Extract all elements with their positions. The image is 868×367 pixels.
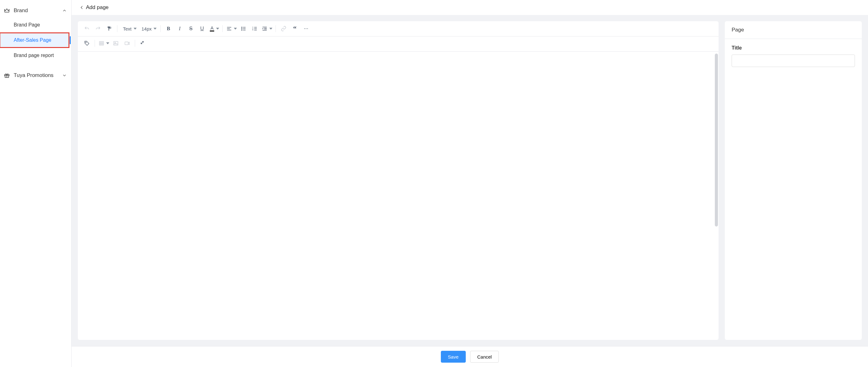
indent-dropdown[interactable] (260, 24, 273, 34)
toolbar-separator (276, 25, 276, 32)
align-dropdown[interactable] (225, 24, 238, 34)
svg-marker-25 (262, 28, 264, 30)
svg-rect-27 (304, 28, 305, 29)
sidebar-cat-brand[interactable]: Brand (0, 4, 71, 17)
italic-button[interactable]: I (174, 24, 185, 34)
svg-text:3: 3 (252, 29, 253, 31)
svg-rect-37 (114, 41, 118, 45)
format-painter-button[interactable] (104, 24, 115, 34)
svg-marker-2 (133, 28, 137, 30)
footer: Save Cancel (72, 346, 868, 367)
sidebar-cat-tuya-promotions[interactable]: Tuya Promotions (0, 69, 71, 82)
svg-marker-26 (269, 28, 272, 30)
page-title: Add page (86, 4, 108, 10)
svg-rect-39 (125, 42, 128, 45)
editor-toolbar: Text 14px B I S U A (78, 21, 718, 36)
font-size-dropdown[interactable]: 14px (138, 24, 158, 34)
editor-body[interactable] (78, 52, 718, 340)
toolbar-separator (222, 25, 223, 32)
bullet-list-button[interactable] (238, 24, 249, 34)
page-header: Add page (72, 0, 868, 15)
scrollbar[interactable] (715, 54, 718, 226)
page-properties-panel: Page Title (725, 21, 862, 340)
video-button[interactable] (122, 38, 132, 48)
sidebar-cat-label: Tuya Promotions (14, 72, 62, 79)
toolbar-separator (117, 25, 117, 32)
back-button[interactable] (80, 5, 84, 10)
chevron-up-icon (62, 8, 67, 13)
bold-button[interactable]: B (163, 24, 174, 34)
title-label: Title (732, 45, 855, 51)
crown-icon (4, 7, 10, 14)
sidebar-item-brand-page-report[interactable]: Brand page report (0, 48, 69, 63)
fullscreen-button[interactable] (137, 38, 148, 48)
svg-point-9 (242, 27, 242, 28)
image-button[interactable] (111, 38, 121, 48)
sidebar-item-after-sales-page[interactable]: After-Sales Page (0, 33, 69, 47)
ordered-list-button[interactable]: 123 (249, 24, 260, 34)
font-size-label: 14px (142, 26, 152, 31)
content-area: Text 14px B I S U A (72, 15, 868, 346)
main: Add page Text 14p (72, 0, 868, 367)
sidebar-cat-label: Brand (14, 7, 62, 14)
paragraph-style-dropdown[interactable]: Text (120, 24, 138, 34)
underline-button[interactable]: U (197, 24, 207, 34)
svg-marker-3 (154, 28, 157, 30)
paragraph-style-label: Text (123, 26, 132, 31)
sidebar-item-label: After-Sales Page (14, 37, 51, 43)
sidebar-item-label: Brand Page (14, 22, 40, 27)
quote-icon: “ (293, 27, 297, 30)
svg-point-10 (242, 28, 242, 29)
editor-toolbar-row-2 (78, 36, 718, 52)
editor-card: Text 14px B I S U A (78, 21, 718, 340)
svg-rect-28 (306, 28, 306, 29)
tag-button[interactable] (82, 38, 92, 48)
link-button[interactable] (278, 24, 289, 34)
undo-button[interactable] (82, 24, 92, 34)
redo-button[interactable] (93, 24, 103, 34)
svg-point-11 (242, 30, 242, 31)
svg-rect-29 (307, 28, 308, 29)
strikethrough-button[interactable]: S (186, 24, 196, 34)
sidebar-sub-brand: Brand Page After-Sales Page Brand page r… (0, 18, 71, 63)
panel-body: Title (725, 39, 862, 73)
title-input[interactable] (732, 55, 855, 67)
save-button[interactable]: Save (441, 351, 466, 363)
svg-marker-36 (106, 43, 109, 44)
panel-header: Page (725, 21, 862, 39)
sidebar-item-label: Brand page report (14, 53, 54, 58)
cancel-button[interactable]: Cancel (470, 351, 499, 363)
svg-rect-1 (108, 29, 109, 31)
font-color-dropdown[interactable]: A (208, 24, 220, 34)
svg-rect-31 (99, 41, 104, 45)
gift-icon (4, 72, 10, 79)
svg-marker-8 (234, 28, 237, 30)
chevron-down-icon (62, 73, 67, 78)
sidebar: Brand Brand Page After-Sales Page Brand … (0, 0, 72, 367)
toolbar-separator (160, 25, 161, 32)
svg-point-30 (86, 42, 86, 43)
more-button[interactable] (301, 24, 311, 34)
toolbar-separator (95, 40, 95, 47)
table-dropdown[interactable] (97, 38, 110, 48)
toolbar-separator (135, 40, 135, 47)
svg-marker-4 (216, 28, 219, 30)
blockquote-button[interactable]: “ (289, 24, 300, 34)
sidebar-item-brand-page[interactable]: Brand Page (0, 18, 69, 32)
